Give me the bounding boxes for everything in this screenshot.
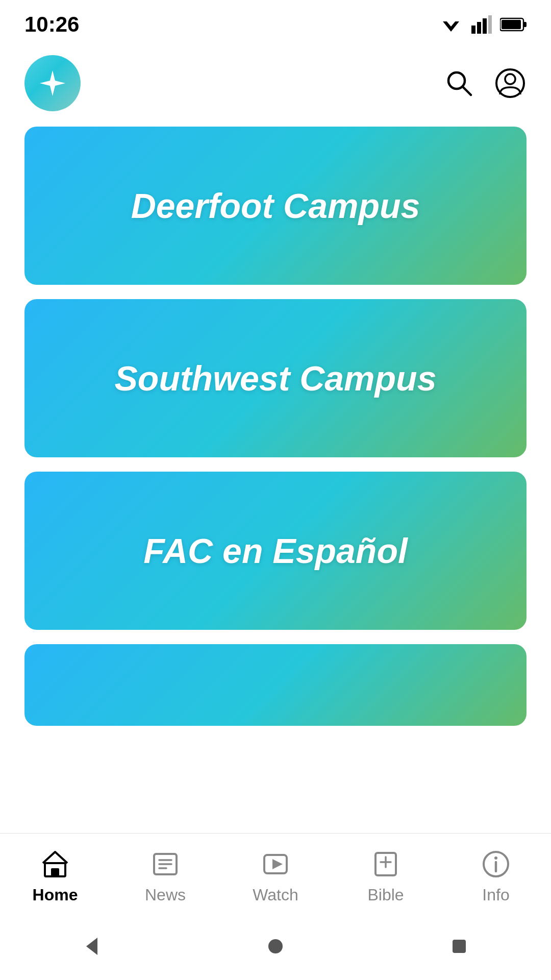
news-nav-icon xyxy=(149,848,182,880)
cards-container: Deerfoot Campus Southwest Campus FAC en … xyxy=(0,127,551,833)
deerfoot-campus-card[interactable]: Deerfoot Campus xyxy=(24,127,527,285)
profile-button[interactable] xyxy=(494,67,527,100)
status-bar: 10:26 xyxy=(0,0,551,45)
deerfoot-campus-title: Deerfoot Campus xyxy=(111,186,441,226)
nav-item-bible[interactable]: Bible xyxy=(331,844,441,909)
wifi-icon xyxy=(439,15,463,34)
nav-item-watch[interactable]: Watch xyxy=(220,844,331,909)
fac-espanol-campus-title: FAC en Español xyxy=(123,531,428,571)
search-icon xyxy=(444,68,474,98)
info-nav-label: Info xyxy=(482,886,509,904)
battery-icon xyxy=(500,17,527,32)
svg-rect-15 xyxy=(51,868,59,876)
watch-nav-icon xyxy=(259,848,292,880)
signal-icon xyxy=(471,15,492,34)
bible-nav-label: Bible xyxy=(367,886,404,904)
android-nav-bar xyxy=(0,921,551,980)
header xyxy=(0,45,551,127)
logo-icon xyxy=(36,66,69,100)
partial-campus-card[interactable] xyxy=(24,644,527,726)
bottom-nav: Home News Watch xyxy=(0,833,551,921)
status-time: 10:26 xyxy=(24,12,79,37)
bible-nav-icon xyxy=(369,848,402,880)
svg-rect-3 xyxy=(471,26,475,34)
svg-rect-4 xyxy=(477,22,481,34)
svg-rect-8 xyxy=(523,22,527,27)
svg-rect-9 xyxy=(502,20,521,29)
header-actions xyxy=(443,67,527,100)
watch-nav-label: Watch xyxy=(253,886,298,904)
svg-marker-21 xyxy=(272,859,283,869)
android-recents-button[interactable] xyxy=(444,931,474,962)
home-nav-icon xyxy=(39,848,71,880)
nav-item-news[interactable]: News xyxy=(110,844,220,909)
app-logo[interactable] xyxy=(24,55,81,111)
southwest-campus-title: Southwest Campus xyxy=(94,358,457,398)
svg-point-27 xyxy=(494,856,497,860)
svg-rect-6 xyxy=(488,15,492,34)
svg-marker-28 xyxy=(86,938,97,955)
svg-point-13 xyxy=(505,74,515,84)
home-nav-label: Home xyxy=(33,886,78,904)
fac-espanol-campus-card[interactable]: FAC en Español xyxy=(24,472,527,630)
android-home-button[interactable] xyxy=(260,931,291,962)
southwest-campus-card[interactable]: Southwest Campus xyxy=(24,299,527,457)
news-nav-label: News xyxy=(145,886,186,904)
info-nav-icon xyxy=(480,848,512,880)
search-button[interactable] xyxy=(443,67,475,100)
android-back-button[interactable] xyxy=(77,931,107,962)
nav-item-info[interactable]: Info xyxy=(441,844,551,909)
svg-line-11 xyxy=(463,87,471,95)
nav-item-home[interactable]: Home xyxy=(0,844,110,909)
profile-icon xyxy=(495,68,525,99)
svg-rect-5 xyxy=(483,18,487,34)
status-icons xyxy=(439,15,527,34)
